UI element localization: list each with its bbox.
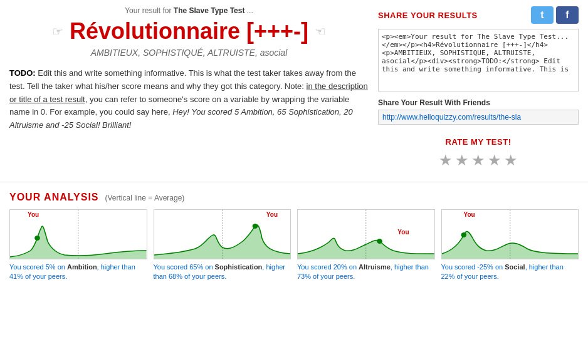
chart-sophistication: You You scored 65% on Sophistication, hi…	[154, 209, 291, 282]
star-3[interactable]: ★	[471, 152, 485, 169]
left-arrow-icon: ☞	[52, 24, 63, 39]
analysis-section: YOUR ANALYSIS (Vertical line = Average) …	[0, 189, 588, 291]
analysis-title: YOUR ANALYSIS	[9, 192, 99, 203]
you-label-sophistication: You	[266, 211, 278, 218]
chart-desc-altruisme: You scored 20% on	[297, 263, 359, 271]
svg-point-7	[461, 232, 466, 237]
star-5[interactable]: ★	[504, 152, 518, 169]
chart-canvas-ambition: You	[9, 209, 147, 259]
chart-label-sophistication: You scored 65% on Sophistication, higher…	[154, 263, 291, 282]
star-1[interactable]: ★	[439, 152, 453, 169]
svg-point-3	[252, 224, 258, 229]
chart-var-ambition: Ambition	[67, 263, 97, 271]
social-buttons: t f	[531, 6, 579, 24]
twitter-button[interactable]: t	[531, 6, 554, 24]
share-header: SHARE YOUR RESULTS t f	[378, 6, 579, 24]
result-description: TODO: Edit this and write something info…	[9, 67, 369, 132]
rate-section: RATE MY TEST! ★ ★ ★ ★ ★	[378, 137, 579, 169]
analysis-header: YOUR ANALYSIS (Vertical line = Average)	[9, 192, 579, 203]
test-subtitle: Your result for The Slave Type Test ...	[9, 6, 369, 15]
rate-title: RATE MY TEST!	[378, 137, 579, 147]
analysis-note: (Vertical line = Average)	[105, 194, 185, 202]
share-code-box[interactable]: <p><em>Your result for The Slave Type Te…	[378, 29, 579, 91]
chart-desc-social: You scored -25% on	[441, 263, 505, 271]
you-label-social: You	[464, 211, 475, 218]
share-friends-label: Share Your Result With Friends	[378, 98, 579, 107]
chart-var-social: Social	[505, 263, 525, 271]
stars-container: ★ ★ ★ ★ ★	[378, 152, 579, 169]
chart-desc-ambition: You scored 5% on	[9, 263, 67, 271]
chart-svg-altruisme	[298, 210, 434, 259]
chart-ambition: You You scored 5% on Ambition, higher th…	[9, 209, 147, 282]
svg-point-5	[377, 239, 382, 244]
example-text: Hey! You scored 5 Ambition, 65 Sophistic…	[9, 107, 353, 130]
chart-canvas-sophistication: You	[154, 209, 291, 259]
chart-var-altruisme: Altruisme	[359, 263, 391, 271]
right-arrow-icon: ☜	[315, 24, 326, 39]
star-4[interactable]: ★	[488, 152, 501, 169]
svg-point-1	[34, 236, 40, 241]
chart-desc-sophistication: You scored 65% on	[154, 263, 215, 271]
facebook-button[interactable]: f	[556, 6, 579, 24]
chart-label-altruisme: You scored 20% on Altruisme, higher than…	[297, 263, 435, 282]
chart-social: You You scored -25% on Social, higher th…	[441, 209, 579, 282]
charts-row: You You scored 5% on Ambition, higher th…	[9, 209, 579, 282]
section-divider	[0, 182, 588, 182]
chart-canvas-social: You	[441, 209, 579, 259]
chart-var-sophistication: Sophistication	[215, 263, 263, 271]
result-tags: AMBITIEUX, SOPHISTIQUÉ, ALTRUISTE, asoci…	[9, 48, 369, 58]
subtitle-prefix: Your result for	[125, 6, 174, 15]
description-text: Edit this and write something informativ…	[9, 68, 356, 91]
chart-altruisme: You You scored 20% on Altruisme, higher …	[297, 209, 435, 282]
todo-label: TODO:	[9, 68, 36, 78]
share-link[interactable]: http://www.helloquizzy.com/results/the-s…	[378, 110, 579, 125]
you-label-ambition: You	[28, 211, 39, 218]
chart-canvas-altruisme: You	[297, 209, 435, 259]
you-label-altruisme: You	[397, 229, 409, 236]
result-title: Révolutionnaire [+++-]	[70, 18, 308, 44]
chart-label-ambition: You scored 5% on Ambition, higher than 4…	[9, 263, 147, 282]
share-title: SHARE YOUR RESULTS	[378, 11, 478, 20]
subtitle-suffix: ...	[244, 6, 253, 15]
star-2[interactable]: ★	[455, 152, 469, 169]
chart-label-social: You scored -25% on Social, higher than 2…	[441, 263, 579, 282]
test-name: The Slave Type Test	[174, 6, 245, 15]
chart-svg-social	[442, 210, 579, 259]
